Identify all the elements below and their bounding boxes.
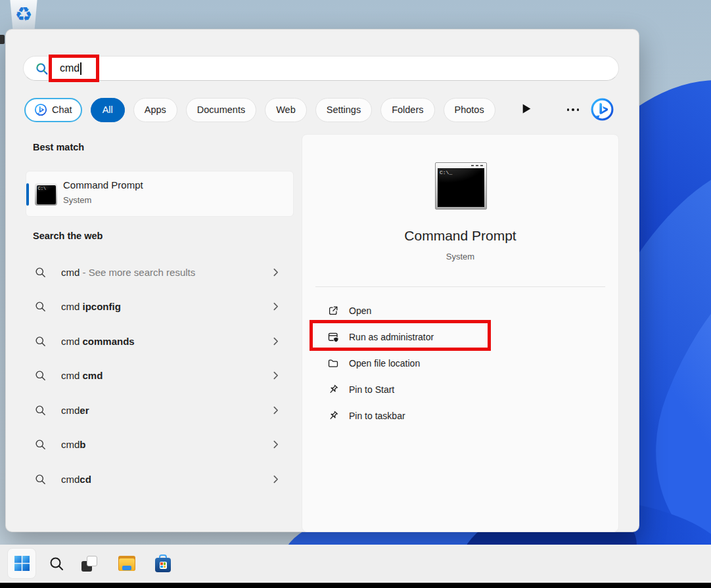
window-controls-icon (471, 165, 483, 166)
best-match-heading: Best match (33, 142, 84, 152)
best-match-result[interactable]: C:\ Command Prompt System (26, 171, 294, 217)
taskbar (0, 545, 711, 583)
chevron-right-icon[interactable] (270, 336, 281, 347)
web-suggestion-row[interactable]: cmd cmd (26, 358, 294, 392)
action-pin-to-taskbar[interactable]: Pin to taskbar (302, 403, 618, 429)
action-open[interactable]: Open (302, 298, 618, 324)
open-external-icon (327, 305, 339, 317)
run-as-admin-shield-icon (327, 331, 340, 344)
filter-tab-chat[interactable]: Chat (24, 98, 82, 122)
text-caret (80, 62, 81, 75)
file-explorer-button[interactable] (118, 556, 135, 571)
filter-label: Photos (455, 104, 484, 115)
result-subtitle: System (63, 195, 91, 205)
filter-label: Settings (327, 104, 361, 115)
search-icon (49, 556, 64, 572)
recycle-symbol-icon: ♻ (15, 5, 33, 24)
filter-label: Folders (392, 104, 423, 115)
action-label: Open file location (349, 358, 420, 369)
microsoft-store-button[interactable] (155, 554, 171, 572)
ellipsis-icon (567, 108, 570, 111)
web-suggestion-row[interactable]: cmd commands (26, 324, 294, 358)
search-filter-bar: Chat All Apps Documents Web Settings Fol… (24, 97, 495, 122)
filter-tab-photos[interactable]: Photos (444, 98, 495, 122)
suggestion-text: cmd (61, 439, 80, 450)
filter-label: All (103, 104, 113, 115)
bing-chat-icon (34, 103, 47, 116)
preview-subtitle: System (302, 252, 618, 261)
filter-label: Web (276, 104, 296, 115)
chevron-right-icon[interactable] (270, 267, 281, 278)
action-label: Run as administrator (349, 332, 434, 342)
filter-label: Chat (52, 104, 72, 115)
search-icon (34, 438, 47, 451)
action-open-file-location[interactable]: Open file location (302, 350, 618, 376)
suggestion-text: cmd (61, 267, 80, 278)
web-suggestion-row[interactable]: cmdcd (26, 462, 294, 496)
windows-logo-icon (14, 556, 30, 571)
search-query-text: cmd (60, 62, 80, 74)
suggestion-text: cmd (61, 405, 80, 416)
filter-label: Documents (197, 104, 245, 115)
filter-label: Apps (145, 104, 166, 115)
command-prompt-icon: C:\ (35, 183, 57, 206)
divider (315, 286, 605, 287)
result-title: Command Prompt (63, 179, 143, 191)
filter-tab-settings[interactable]: Settings (315, 98, 372, 122)
suggestion-text: cmd (61, 370, 83, 381)
result-preview-panel: C:\_ Command Prompt System Open (302, 134, 619, 532)
taskbar-search-button[interactable] (49, 556, 64, 572)
filter-tab-documents[interactable]: Documents (186, 98, 256, 122)
screen-edge-strip (0, 583, 711, 588)
filter-tab-folders[interactable]: Folders (380, 98, 434, 122)
search-icon (34, 473, 47, 486)
chevron-right-icon[interactable] (270, 474, 281, 485)
search-input[interactable]: cmd (23, 56, 619, 81)
search-icon (34, 266, 47, 279)
bing-chat-icon (590, 97, 614, 122)
suggestion-text: cmd (61, 336, 83, 347)
search-icon (34, 404, 47, 417)
filter-tab-web[interactable]: Web (265, 98, 307, 122)
web-section-heading: Search the web (33, 231, 103, 241)
recycle-bin-icon[interactable]: ♻ (8, 0, 39, 32)
web-suggestion-row[interactable]: cmd - See more search results (26, 255, 294, 289)
web-suggestion-row[interactable]: cmd ipconfig (26, 289, 294, 323)
pin-icon (327, 410, 339, 422)
play-triangle-icon (522, 103, 532, 114)
filter-tab-apps[interactable]: Apps (133, 98, 177, 122)
action-label: Open (349, 305, 371, 316)
action-label: Pin to Start (349, 384, 394, 395)
filter-tab-all[interactable]: All (91, 98, 125, 122)
desktop-icon-partial (0, 35, 5, 44)
action-label: Pin to taskbar (349, 411, 405, 421)
web-suggestion-row[interactable]: cmder (26, 393, 294, 427)
chevron-right-icon[interactable] (270, 439, 281, 450)
command-prompt-icon: C:\_ (435, 162, 487, 210)
start-button[interactable] (7, 548, 36, 579)
more-options-button[interactable] (561, 103, 585, 116)
pin-icon (327, 384, 339, 396)
expand-filters-button[interactable] (522, 103, 535, 116)
web-suggestion-row[interactable]: cmdb (26, 427, 294, 461)
chevron-right-icon[interactable] (270, 301, 281, 312)
search-flyout-panel: cmd Chat All Apps Documents Web (5, 29, 639, 532)
task-view-button[interactable] (81, 556, 97, 572)
suggestion-text: cmd (61, 301, 83, 312)
search-icon (34, 369, 47, 382)
chevron-right-icon[interactable] (270, 370, 281, 381)
chevron-right-icon[interactable] (270, 405, 281, 416)
microsoft-logo-icon (160, 562, 167, 569)
search-icon (34, 335, 47, 348)
action-pin-to-start[interactable]: Pin to Start (302, 376, 618, 403)
suggestion-text: cmd (61, 474, 80, 485)
folder-icon (327, 357, 339, 369)
selection-accent-bar (26, 183, 29, 206)
bing-chat-button[interactable] (590, 97, 614, 122)
search-icon (35, 62, 49, 76)
search-icon (34, 300, 47, 313)
action-run-as-administrator[interactable]: Run as administrator (302, 324, 618, 350)
preview-title: Command Prompt (302, 228, 618, 244)
